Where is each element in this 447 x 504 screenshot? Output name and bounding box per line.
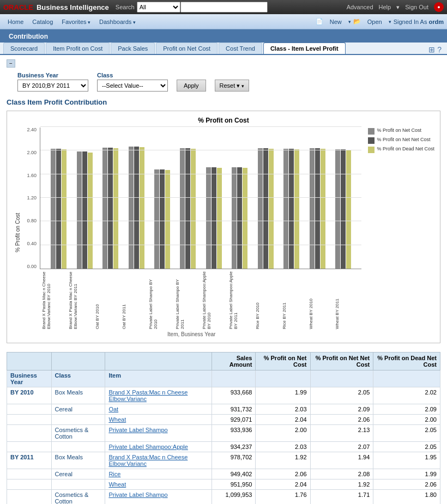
- class-select[interactable]: --Select Value--: [97, 80, 168, 92]
- table-cell-2-5: 2.06: [310, 415, 373, 425]
- bar-4-1: [160, 169, 165, 269]
- table-cell-4-2[interactable]: Private Label Shampoo:Apple: [105, 442, 212, 452]
- table-row: Wheat929,0712.042.062.00: [7, 415, 440, 425]
- bar-6-1: [212, 167, 216, 269]
- chart-plot-area: [40, 127, 361, 269]
- x-label-9: Rice BY 2011: [282, 269, 309, 329]
- favorites-link[interactable]: Favorites: [57, 14, 95, 29]
- bar-10-2: [321, 149, 325, 269]
- x-labels: Brand X Pasta Mac n Cheese Elbow:Varianc…: [21, 269, 361, 329]
- table-cell-3-4: 2.00: [256, 425, 310, 442]
- table-row: BY 2010Box MealsBrand X Pasta:Mac n Chee…: [7, 387, 440, 404]
- signout-link[interactable]: Sign Out: [405, 4, 428, 10]
- legend-label-1: % Profit on Net Cost: [377, 127, 421, 133]
- x-label-10: Wheat BY 2010: [309, 269, 335, 329]
- help-icon[interactable]: ?: [437, 45, 442, 54]
- subheader-p1: [256, 371, 310, 387]
- table-cell-3-2[interactable]: Private Label Shampo: [105, 425, 212, 442]
- bar-7-1: [237, 167, 242, 269]
- tab-cost-trend[interactable]: Cost Trend: [219, 42, 262, 54]
- catalog-link[interactable]: Catalog: [28, 14, 57, 29]
- new-icon: 📄: [316, 18, 323, 25]
- bar-2-1: [108, 148, 113, 269]
- open-icon: 📂: [353, 18, 361, 25]
- search-scope-select[interactable]: All: [137, 2, 180, 13]
- bar-6-2: [217, 168, 222, 269]
- x-axis-title: Item, Business Year: [21, 331, 361, 337]
- gridline-4: [40, 197, 361, 198]
- table-cell-5-1: Box Meals: [51, 452, 105, 469]
- bar-10-0: [310, 148, 315, 269]
- table-cell-3-1: Cosmetics & Cotton: [51, 425, 105, 442]
- bar-group-10: [306, 148, 329, 269]
- help-link[interactable]: Help: [379, 4, 391, 10]
- dashboards-link[interactable]: Dashboards: [95, 14, 140, 29]
- y-tick-040: 0.40: [21, 241, 38, 246]
- search-input[interactable]: [180, 2, 268, 13]
- new-link[interactable]: New: [325, 14, 346, 29]
- table-cell-1-4: 2.03: [256, 404, 310, 415]
- col-header-class: [51, 353, 105, 371]
- bar-group-8: [255, 148, 277, 269]
- table-cell-1-3: 931,732: [212, 404, 256, 415]
- top-right-nav: Advanced Help ▾ Sign Out ●: [347, 2, 444, 12]
- col-header-p3: % Profit on Dead Net Cost: [373, 353, 440, 371]
- table-cell-2-2[interactable]: Wheat: [105, 415, 212, 425]
- search-label: Search: [116, 4, 135, 10]
- bar-3-1: [134, 147, 139, 269]
- bar-11-1: [341, 149, 346, 269]
- table-cell-7-2[interactable]: Wheat: [105, 479, 212, 490]
- table-cell-0-3: 933,668: [212, 387, 256, 404]
- table-cell-1-1: Cereal: [51, 404, 105, 415]
- signed-in-label: Signed In As ordm: [394, 19, 444, 25]
- tab-class-item-level-profit[interactable]: Class - Item Level Profit: [263, 42, 346, 54]
- col-header-p1: % Profit on Net Cost: [256, 353, 310, 371]
- dashboards-dropdown[interactable]: Dashboards: [95, 14, 140, 29]
- business-year-select[interactable]: BY 2010;BY 2011: [17, 80, 88, 92]
- tab-scorecard[interactable]: Scorecard: [3, 42, 45, 54]
- table-cell-5-2[interactable]: Brand X Pasta:Mac n Cheese Elbow:Varianc: [105, 452, 212, 469]
- chart-legend: % Profit on Net Cost % Profit on Net Net…: [361, 127, 434, 337]
- table-cell-6-2[interactable]: Rice: [105, 469, 212, 479]
- tab-item-profit-on-cost[interactable]: Item Profit on Cost: [46, 42, 110, 54]
- table-cell-6-5: 2.08: [310, 469, 373, 479]
- bar-1-0: [77, 151, 82, 269]
- bar-5-1: [185, 148, 190, 269]
- contribution-bar: Contribution: [0, 29, 447, 42]
- legend-label-3: % Profit on Dead Net Cost: [377, 146, 434, 151]
- apply-button[interactable]: Apply: [177, 80, 206, 92]
- sec-nav-right: 📄 New ▾ 📂 Open ▾ Signed In As ordm: [316, 14, 444, 29]
- table-cell-4-0: [7, 442, 52, 452]
- bar-group-3: [125, 147, 147, 269]
- open-link[interactable]: Open: [363, 14, 386, 29]
- collapse-button[interactable]: −: [7, 59, 15, 68]
- bar-group-0: [47, 149, 70, 269]
- legend-item-3: % Profit on Dead Net Cost: [368, 146, 434, 153]
- grid-icon[interactable]: ⊞: [428, 45, 435, 54]
- table-cell-8-2[interactable]: Private Label Shampo: [105, 490, 212, 505]
- legend-item-2: % Profit on Net Net Cost: [368, 137, 434, 144]
- table-cell-1-2[interactable]: Oat: [105, 404, 212, 415]
- tab-profit-on-net-cost[interactable]: Profit on Net Cost: [156, 42, 218, 54]
- subheader-item: Item: [105, 371, 212, 387]
- table-cell-0-4: 1.99: [256, 387, 310, 404]
- bar-5-2: [191, 149, 196, 269]
- table-cell-4-4: 2.03: [256, 442, 310, 452]
- table-cell-0-1: Box Meals: [51, 387, 105, 404]
- advanced-link[interactable]: Advanced: [347, 4, 373, 10]
- bar-9-0: [283, 149, 288, 269]
- x-label-7: Private Label Shampoo:Apple BY 2011: [228, 269, 255, 329]
- table-row: BY 2011Box MealsBrand X Pasta:Mac n Chee…: [7, 452, 440, 469]
- bar-0-1: [56, 149, 61, 269]
- bar-0-2: [62, 149, 67, 269]
- table-cell-7-6: 2.06: [373, 479, 440, 490]
- home-link[interactable]: Home: [3, 14, 28, 29]
- favorites-dropdown[interactable]: Favorites: [57, 14, 95, 29]
- table-cell-0-2[interactable]: Brand X Pasta:Mac n Cheese Elbow:Varianc: [105, 387, 212, 404]
- business-year-label: Business Year: [17, 72, 88, 78]
- reset-button[interactable]: Reset ▾: [215, 80, 249, 92]
- table-cell-3-6: 2.05: [373, 425, 440, 442]
- table-header-row: Sales Amount % Profit on Net Cost % Prof…: [7, 353, 440, 371]
- tab-pack-sales[interactable]: Pack Sales: [111, 42, 155, 54]
- table-body: BY 2010Box MealsBrand X Pasta:Mac n Chee…: [7, 387, 440, 505]
